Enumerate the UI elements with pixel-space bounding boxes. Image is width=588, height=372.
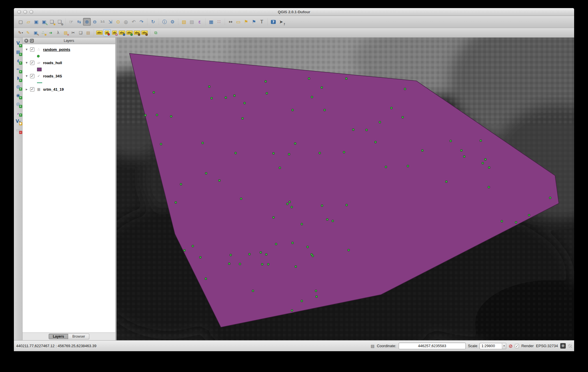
add-mssql-layer-icon[interactable]: ◗+: [14, 75, 22, 82]
random-point: [180, 183, 182, 185]
change-label-icon[interactable]: abc: [141, 29, 148, 36]
random-point: [352, 129, 354, 131]
manage-layers-toolbar: V+▦+◖+✒+◗+◍+◉+◎+,+V✱▾▭−: [14, 38, 23, 340]
node-tool-icon[interactable]: λ: [54, 29, 62, 36]
zoom-to-selection-icon[interactable]: ⊙: [114, 18, 122, 26]
crs-status-icon[interactable]: ⊕: [560, 343, 566, 349]
random-point: [294, 143, 296, 145]
float-panel-icon[interactable]: ❏: [30, 39, 34, 43]
paste-features-icon[interactable]: ▤: [84, 29, 92, 36]
cut-features-icon[interactable]: ✂: [69, 29, 77, 36]
layer-row-roads_34S[interactable]: ▼✓✓roads_34S: [23, 72, 115, 79]
whats-this-icon[interactable]: ➤?: [277, 18, 285, 26]
collapse-icon[interactable]: ▼: [25, 75, 28, 77]
add-wcs-layer-icon[interactable]: ◉+: [14, 92, 22, 99]
panel-tab-layers[interactable]: Layers: [49, 334, 69, 339]
open-attribute-table-icon[interactable]: ▦: [207, 18, 215, 26]
composer-manager-icon[interactable]: ❏⚙: [56, 18, 64, 26]
pan-map-icon[interactable]: ☞: [67, 18, 75, 26]
title-bar[interactable]: QGIS 2.0.1-Dufour: [14, 8, 574, 16]
zoom-next-icon[interactable]: ↷: [138, 18, 145, 26]
layer-row-srtm_41_19[interactable]: ▶✓▦srtm_41_19: [23, 86, 115, 93]
close-panel-icon[interactable]: ✕: [24, 39, 28, 43]
scale-dropdown-icon[interactable]: ▾: [502, 343, 506, 349]
save-layer-edits-icon[interactable]: ▣✎: [32, 29, 39, 36]
stop-render-icon[interactable]: ⊘: [509, 343, 513, 349]
save-project-icon[interactable]: ▣: [32, 18, 40, 26]
layer-label[interactable]: roads_hull: [43, 61, 62, 65]
zoom-to-layer-icon[interactable]: ◎: [122, 18, 130, 26]
map-svg[interactable]: [117, 38, 574, 340]
random-point: [279, 167, 281, 169]
toggle-editing-icon[interactable]: ✎: [24, 29, 32, 36]
add-raster-layer-icon[interactable]: ▦+: [14, 49, 22, 56]
pan-to-selection-icon[interactable]: ⇆: [75, 18, 83, 26]
show-bookmarks-icon[interactable]: ⚑: [250, 18, 258, 26]
field-calculator-icon[interactable]: ∷: [215, 18, 223, 26]
coordinate-input[interactable]: [399, 343, 466, 349]
rotate-label-icon[interactable]: abc: [133, 29, 141, 36]
show-hide-labels-icon[interactable]: abc: [118, 29, 126, 36]
pin-labels-icon[interactable]: ab: [103, 29, 111, 36]
panel-tab-browser[interactable]: Browser: [68, 334, 89, 339]
zoom-native-icon[interactable]: 1:1: [99, 18, 106, 26]
open-project-icon[interactable]: ▱: [25, 18, 32, 26]
layer-row-random_points[interactable]: ▼✓∴random_points: [23, 46, 115, 53]
layer-visibility-checkbox[interactable]: ✓: [30, 74, 34, 78]
add-vector-layer-icon[interactable]: V+: [14, 40, 22, 47]
add-postgis-layer-icon[interactable]: ◖+: [14, 57, 22, 64]
add-feature-icon[interactable]: ∴✱: [39, 29, 47, 36]
map-canvas[interactable]: [117, 38, 574, 340]
new-bookmark-icon[interactable]: ⚑: [242, 18, 250, 26]
new-project-icon[interactable]: ▢: [17, 18, 25, 26]
identify-features-icon[interactable]: ⓘ: [161, 18, 169, 26]
new-composer-icon[interactable]: ❏✱: [48, 18, 56, 26]
select-features-icon[interactable]: ▧: [180, 18, 188, 26]
select-by-expression-icon[interactable]: ε: [196, 18, 204, 26]
layers-panel-header[interactable]: ✕ ❏ Layers: [23, 38, 115, 44]
processing-plugin-icon[interactable]: ⧉: [152, 29, 160, 36]
scale-combo[interactable]: 1:29800 ▾: [480, 343, 506, 349]
measure-line-icon[interactable]: ↔: [227, 18, 234, 26]
new-shapefile-layer-icon[interactable]: V✱▾: [14, 118, 22, 125]
text-annotation-icon[interactable]: T: [258, 18, 266, 26]
zoom-last-icon[interactable]: ↶: [130, 18, 138, 26]
run-feature-action-icon[interactable]: ⚙: [169, 18, 176, 26]
deselect-features-icon[interactable]: ▨: [188, 18, 196, 26]
resize-grip[interactable]: [568, 344, 572, 348]
collapse-icon[interactable]: ▼: [25, 62, 28, 64]
expand-icon[interactable]: ▶: [25, 88, 28, 91]
layer-visibility-checkbox[interactable]: ✓: [30, 87, 34, 92]
extents-toggle-icon[interactable]: ▤: [371, 344, 374, 348]
add-wfs-layer-icon[interactable]: ◎+: [14, 101, 22, 108]
copy-features-icon[interactable]: ❏: [77, 29, 84, 36]
map-tips-icon[interactable]: ▭: [234, 18, 242, 26]
add-wms-layer-icon[interactable]: ◍+: [14, 83, 22, 90]
random-point: [275, 243, 277, 245]
save-project-as-icon[interactable]: ▣✎: [40, 18, 48, 26]
collapse-icon[interactable]: ▼: [25, 48, 28, 51]
layer-visibility-checkbox[interactable]: ✓: [30, 47, 34, 52]
zoom-out-icon[interactable]: ⊖: [91, 18, 99, 26]
move-label-icon[interactable]: abc: [126, 29, 133, 36]
layer-row-roads_hull[interactable]: ▼✓▱roads_hull: [23, 59, 115, 66]
delete-selected-icon[interactable]: ▧✕: [62, 29, 69, 36]
render-checkbox[interactable]: ✓: [515, 344, 519, 348]
zoom-in-icon[interactable]: ⊕: [83, 18, 91, 26]
add-delimited-text-layer-icon[interactable]: ,+: [14, 109, 22, 116]
move-feature-icon[interactable]: ➜: [47, 29, 54, 36]
layer-label[interactable]: roads_34S: [43, 74, 62, 78]
labeling-icon[interactable]: abc: [96, 29, 103, 36]
help-contents-icon[interactable]: ?: [269, 18, 277, 26]
layer-label[interactable]: srtm_41_19: [43, 87, 64, 92]
coordinate-label: Coordinate:: [377, 344, 396, 348]
zoom-full-icon[interactable]: ⇲: [106, 18, 114, 26]
current-edits-icon[interactable]: ✎▾: [17, 29, 24, 36]
remove-layer-icon[interactable]: ▭−: [14, 127, 22, 134]
add-spatialite-layer-icon[interactable]: ✒+: [14, 66, 22, 73]
highlight-pinned-labels-icon[interactable]: ab: [111, 29, 118, 36]
refresh-map-icon[interactable]: ↻: [149, 18, 157, 26]
layer-visibility-checkbox[interactable]: ✓: [30, 61, 34, 65]
layer-label[interactable]: random_points: [43, 47, 70, 52]
random-point: [346, 204, 348, 206]
